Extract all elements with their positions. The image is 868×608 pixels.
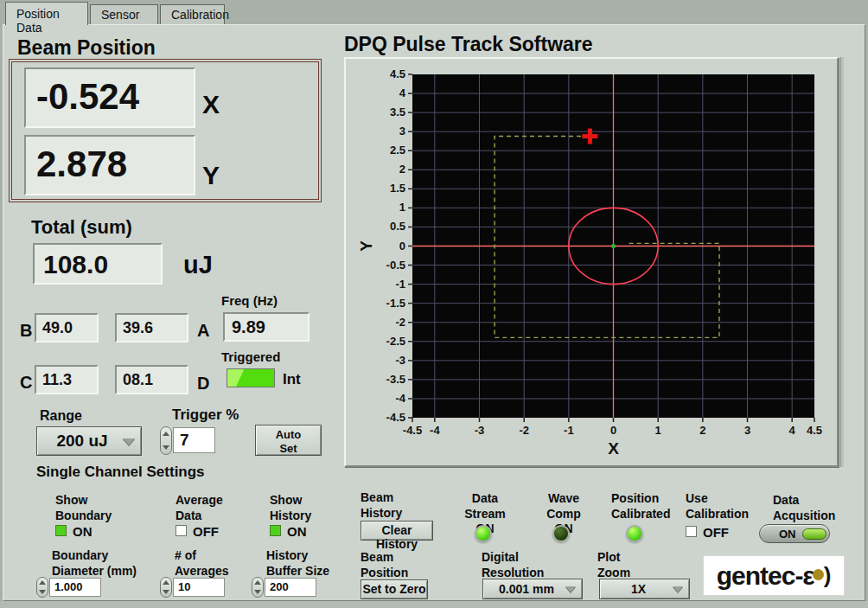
range-dropdown[interactable]: 200 uJ <box>36 426 142 456</box>
freq-label: Freq (Hz) <box>221 293 278 308</box>
use-calibration-label: Use Calibration <box>686 491 749 522</box>
spinner-up-icon[interactable] <box>163 432 169 436</box>
svg-text:-1.5: -1.5 <box>386 297 405 310</box>
history-buffer-label: History Buffer Size <box>266 548 329 579</box>
svg-text:2: 2 <box>699 424 705 437</box>
beam-history-label: Beam History <box>361 490 402 521</box>
spinner-down-icon[interactable] <box>163 445 169 450</box>
show-history-checkbox[interactable] <box>270 525 281 536</box>
quadrant-a-display: 39.6 <box>115 313 188 342</box>
spinner-down-icon[interactable] <box>163 590 169 594</box>
tab-position-data[interactable]: Position Data <box>5 2 88 25</box>
quadrant-c-label: C <box>20 373 32 393</box>
svg-text:-2.5: -2.5 <box>386 335 405 348</box>
beam-position-ctrl-label: Beam Position <box>361 550 408 580</box>
triggered-indicator <box>227 368 275 387</box>
total-sum-label: Total (sum) <box>31 216 132 239</box>
svg-text:-2: -2 <box>519 424 529 437</box>
single-channel-settings-title: Single Channel Settings <box>36 464 205 481</box>
range-value: 200 uJ <box>56 432 107 451</box>
total-unit-label: uJ <box>183 251 213 279</box>
freq-display: 9.89 <box>223 312 310 342</box>
quadrant-b-display: 49.0 <box>35 313 99 342</box>
show-boundary-label: Show Boundary <box>55 493 112 523</box>
digital-resolution-dropdown[interactable]: 0.001 mm <box>482 579 583 599</box>
num-averages-spinner[interactable] <box>160 577 172 598</box>
toggle-knob-icon <box>802 528 827 540</box>
dropdown-arrow-icon <box>565 586 576 592</box>
spinner-up-icon[interactable] <box>163 580 169 585</box>
xy-plot: -4.5-4-3-2-1012344.54.543.532.521.510.50… <box>346 59 837 465</box>
svg-text:0: 0 <box>399 240 405 253</box>
history-buffer-input[interactable]: 200 <box>265 578 316 597</box>
beam-x-display: -0.524 <box>24 67 195 128</box>
trigger-pct-spinner[interactable] <box>160 426 172 455</box>
logo-gold-dot-icon <box>813 569 824 580</box>
svg-text:1: 1 <box>655 424 661 437</box>
svg-text:-4: -4 <box>430 424 440 437</box>
clear-history-button[interactable]: Clear History <box>361 521 433 541</box>
spinner-down-icon[interactable] <box>39 590 46 594</box>
boundary-diameter-spinner[interactable] <box>36 577 48 598</box>
boundary-diameter-input[interactable]: 1.000 <box>49 578 101 597</box>
svg-text:-0.5: -0.5 <box>386 259 405 272</box>
wave-comp-led <box>552 525 570 542</box>
data-acquisition-state: ON <box>779 528 796 541</box>
average-data-checkbox[interactable] <box>176 525 187 536</box>
svg-text:2: 2 <box>399 163 405 176</box>
position-calibrated-led <box>626 525 643 542</box>
plot-zoom-value: 1X <box>631 582 646 596</box>
history-buffer-spinner[interactable] <box>252 577 264 598</box>
beam-x-label: X <box>202 90 220 119</box>
svg-text:-3: -3 <box>475 424 485 437</box>
tab-sensor-data[interactable]: Sensor Data <box>90 4 158 24</box>
svg-text:-2: -2 <box>395 316 405 329</box>
total-sum-display: 108.0 <box>33 243 163 285</box>
beam-position-graph: -4.5-4-3-2-1012344.54.543.532.521.510.50… <box>344 57 839 467</box>
svg-text:4.5: 4.5 <box>390 67 405 80</box>
svg-text:3: 3 <box>399 125 405 138</box>
use-calibration-state: OFF <box>703 525 729 540</box>
average-data-label: Average Data <box>176 493 223 523</box>
svg-text:1.5: 1.5 <box>390 182 405 195</box>
spinner-up-icon[interactable] <box>254 580 261 585</box>
use-calibration-checkbox[interactable] <box>686 526 697 537</box>
auto-set-button[interactable]: Auto Set <box>255 425 322 456</box>
show-boundary-state: ON <box>73 524 93 539</box>
beam-position-title: Beam Position <box>17 36 156 60</box>
show-history-state: ON <box>287 524 307 539</box>
svg-text:-3.5: -3.5 <box>386 373 405 386</box>
tab-calibration[interactable]: Calibration <box>160 4 225 24</box>
svg-text:-3: -3 <box>395 354 405 367</box>
boundary-diameter-label: Boundary Diameter (mm) <box>52 548 137 579</box>
svg-text:2.5: 2.5 <box>390 144 405 157</box>
average-data-state: OFF <box>193 524 219 539</box>
plot-zoom-dropdown[interactable]: 1X <box>599 579 690 599</box>
trigger-pct-input[interactable]: 7 <box>173 427 215 453</box>
quadrant-c-display: 11.3 <box>35 365 99 394</box>
svg-text:-4: -4 <box>395 392 405 405</box>
svg-text:-1: -1 <box>564 424 574 437</box>
logo-paren: ) <box>824 562 832 589</box>
triggered-label: Triggered <box>221 349 280 364</box>
svg-text:Y: Y <box>357 240 375 252</box>
data-acquisition-toggle[interactable]: ON <box>759 524 830 543</box>
quadrant-d-label: D <box>197 374 209 394</box>
page-right-rail <box>840 57 844 467</box>
window-bottom-edge <box>0 601 868 608</box>
logo-text: gentec-ε <box>717 561 814 591</box>
show-boundary-checkbox[interactable] <box>55 525 67 536</box>
gentec-eo-logo: gentec-ε) <box>703 555 845 596</box>
svg-text:-4.5: -4.5 <box>403 424 422 437</box>
svg-text:0.5: 0.5 <box>390 220 405 233</box>
svg-text:0: 0 <box>610 424 616 437</box>
spinner-down-icon[interactable] <box>254 590 261 594</box>
spinner-up-icon[interactable] <box>39 580 46 585</box>
svg-text:4: 4 <box>399 86 406 99</box>
set-to-zero-button[interactable]: Set to Zero <box>361 579 428 599</box>
position-calibrated-label: Position Calibrated <box>611 491 670 522</box>
num-averages-input[interactable]: 10 <box>173 578 225 597</box>
triggered-mode-label: Int <box>283 371 301 388</box>
tab-strip: Position Data Sensor Data Calibration <box>0 0 868 24</box>
quadrant-a-label: A <box>197 321 209 341</box>
